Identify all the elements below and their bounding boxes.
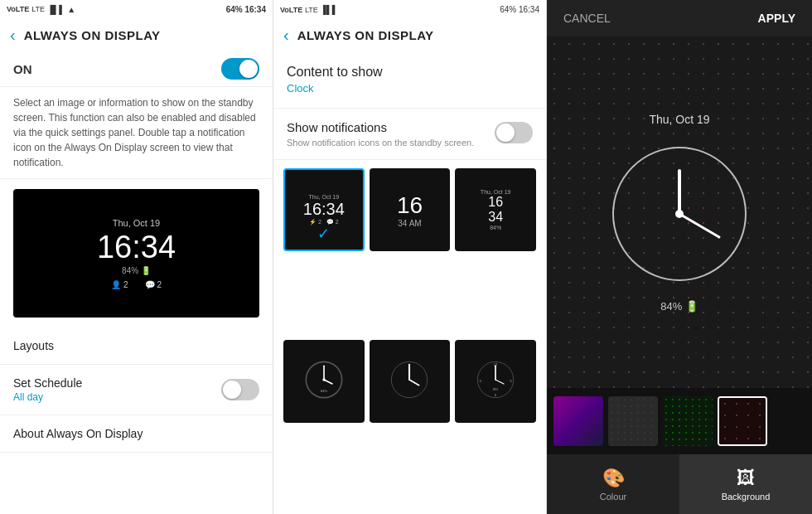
nav-bar-1: ‹ ALWAYS ON DISPLAY bbox=[0, 18, 273, 51]
layout-item-3[interactable]: Thu, Oct 19 16 34 84% bbox=[455, 168, 536, 251]
preview-clock-date: Thu, Oct 19 bbox=[649, 113, 709, 126]
layout-3-content: Thu, Oct 19 16 34 84% bbox=[481, 189, 511, 230]
aod-toggle-row: ON bbox=[0, 51, 273, 87]
layout-grid: Thu, Oct 19 16:34 ⚡ 2 💬 2 ✓ 16 34 AM Thu… bbox=[273, 160, 546, 514]
nav-bar-2: ‹ ALWAYS ON DISPLAY bbox=[273, 18, 546, 51]
page-title-1: ALWAYS ON DISPLAY bbox=[24, 28, 161, 42]
content-to-show-value[interactable]: Clock bbox=[287, 82, 533, 95]
bg-option-dark[interactable] bbox=[608, 396, 658, 446]
bg-option-gradient[interactable] bbox=[553, 396, 603, 446]
preview-date: Thu, Oct 19 bbox=[113, 218, 160, 228]
status2-right: 64% 16:34 bbox=[500, 5, 539, 14]
background-selector bbox=[547, 388, 812, 454]
notif-title: Show notifications bbox=[287, 120, 495, 134]
layouts-item[interactable]: Layouts bbox=[0, 327, 273, 365]
bg-option-red[interactable] bbox=[718, 396, 767, 446]
about-item[interactable]: About Always On Display bbox=[0, 415, 273, 453]
background-label: Background bbox=[722, 492, 771, 502]
panel-content-selector: VoLTE LTE ▐▌▌ 64% 16:34 ‹ ALWAYS ON DISP… bbox=[273, 0, 547, 514]
preview-time: 16:34 bbox=[97, 231, 176, 263]
editor-footer: 🎨 Colour 🖼 Background bbox=[547, 454, 812, 514]
schedule-toggle[interactable] bbox=[221, 379, 259, 400]
bg-gradient-preview bbox=[553, 396, 603, 446]
status2-left: VoLTE LTE ▐▌▌ bbox=[280, 5, 338, 14]
layout-6-content: 12 3 6 9 84% bbox=[475, 359, 516, 404]
about-label: About Always On Display bbox=[13, 427, 259, 440]
layout-4-content: 84% bbox=[303, 359, 345, 404]
clock-preview-area: Thu, Oct 19 84% 🔋 bbox=[547, 36, 812, 388]
cancel-button[interactable]: CANCEL bbox=[563, 12, 611, 25]
svg-line-7 bbox=[409, 380, 419, 386]
background-icon: 🖼 bbox=[737, 468, 755, 489]
set-schedule-title: Set Schedule bbox=[13, 376, 221, 390]
preview-notif-2: 💬 2 bbox=[145, 280, 162, 289]
svg-point-3 bbox=[322, 378, 325, 381]
colour-icon: 🎨 bbox=[602, 468, 625, 489]
layout-2-content: 16 34 AM bbox=[397, 192, 423, 228]
battery-level: 64% 16:34 bbox=[226, 5, 266, 14]
signal-icon: ▐▌▌ bbox=[47, 5, 65, 14]
bg-red-preview bbox=[719, 398, 766, 444]
colour-label: Colour bbox=[600, 492, 626, 502]
notif-left: Show notifications Show notification ico… bbox=[287, 120, 495, 148]
layout-item-4[interactable]: 84% bbox=[283, 340, 365, 423]
layout-item-6[interactable]: 12 3 6 9 84% bbox=[455, 340, 536, 423]
show-notifications-section: Show notifications Show notification ico… bbox=[273, 109, 546, 160]
status-right-info: 64% 16:34 bbox=[226, 5, 266, 14]
back-button-2[interactable]: ‹ bbox=[283, 26, 289, 45]
tab-colour[interactable]: 🎨 Colour bbox=[547, 454, 679, 514]
bg-option-green[interactable] bbox=[663, 396, 713, 446]
content-to-show-title: Content to show bbox=[287, 65, 533, 80]
preview-clock-battery: 84% 🔋 bbox=[660, 300, 698, 313]
lte-icon: LTE bbox=[31, 5, 45, 13]
editor-header: CANCEL APPLY bbox=[547, 0, 812, 36]
status-left-icons: VoLTE LTE ▐▌▌ ▲ bbox=[7, 5, 75, 14]
layout-1-content: Thu, Oct 19 16:34 ⚡ 2 💬 2 bbox=[303, 194, 345, 225]
set-schedule-sub: All day bbox=[13, 391, 221, 403]
svg-point-19 bbox=[675, 210, 684, 218]
panel-clock-editor: CANCEL APPLY Thu, Oct 19 84% 🔋 bbox=[547, 0, 812, 514]
layout-item-1[interactable]: Thu, Oct 19 16:34 ⚡ 2 💬 2 ✓ bbox=[283, 168, 365, 251]
preview-notif-1: 👤 2 bbox=[111, 280, 128, 289]
preview-battery: 84% 🔋 bbox=[122, 266, 151, 275]
selected-checkmark: ✓ bbox=[317, 225, 330, 243]
content-to-show-section: Content to show Clock bbox=[273, 51, 546, 109]
analog-clock-5 bbox=[389, 359, 430, 400]
status-bar-2: VoLTE LTE ▐▌▌ 64% 16:34 bbox=[273, 0, 546, 18]
tab-background[interactable]: 🖼 Background bbox=[679, 454, 812, 514]
status-bar-1: VoLTE LTE ▐▌▌ ▲ 64% 16:34 bbox=[0, 0, 273, 18]
svg-line-18 bbox=[679, 214, 719, 237]
set-schedule-row: Set Schedule All day bbox=[0, 365, 273, 415]
svg-text:6: 6 bbox=[495, 393, 497, 397]
battery2-level: 64% 16:34 bbox=[500, 5, 539, 14]
volte2-icon: VoLTE bbox=[280, 6, 302, 14]
set-schedule-left: Set Schedule All day bbox=[13, 376, 221, 403]
analog-clock-6: 12 3 6 9 84% bbox=[475, 359, 516, 400]
svg-text:84%: 84% bbox=[321, 389, 328, 393]
aod-toggle[interactable] bbox=[221, 58, 259, 80]
aod-description: Select an image or information to show o… bbox=[0, 87, 273, 179]
back-button-1[interactable]: ‹ bbox=[10, 26, 16, 45]
svg-text:3: 3 bbox=[510, 378, 512, 382]
lte2-icon: LTE bbox=[305, 6, 318, 14]
bg-dark-preview bbox=[608, 396, 658, 446]
layout-item-2[interactable]: 16 34 AM bbox=[370, 168, 451, 251]
layout-item-5[interactable] bbox=[370, 340, 451, 423]
notif-toggle[interactable] bbox=[495, 122, 533, 143]
analog-clock-4: 84% bbox=[303, 359, 345, 400]
analog-clock-preview bbox=[605, 139, 754, 289]
volte-icon: VoLTE bbox=[7, 5, 29, 13]
panel-always-on-display: VoLTE LTE ▐▌▌ ▲ 64% 16:34 ‹ ALWAYS ON DI… bbox=[0, 0, 273, 514]
notif-sub: Show notification icons on the standby s… bbox=[287, 138, 495, 148]
aod-preview: Thu, Oct 19 16:34 84% 🔋 👤 2 💬 2 bbox=[13, 189, 259, 318]
toggle-label: ON bbox=[13, 62, 32, 76]
signal2-icon: ▐▌▌ bbox=[321, 5, 338, 14]
page-title-2: ALWAYS ON DISPLAY bbox=[297, 28, 434, 42]
bg-green-preview bbox=[663, 396, 713, 446]
wifi-icon: ▲ bbox=[67, 5, 75, 14]
preview-notification-icons: 👤 2 💬 2 bbox=[111, 280, 162, 289]
layout-5-content bbox=[389, 359, 430, 404]
svg-line-2 bbox=[324, 380, 332, 384]
svg-line-14 bbox=[495, 380, 504, 384]
apply-button[interactable]: APPLY bbox=[758, 12, 795, 25]
